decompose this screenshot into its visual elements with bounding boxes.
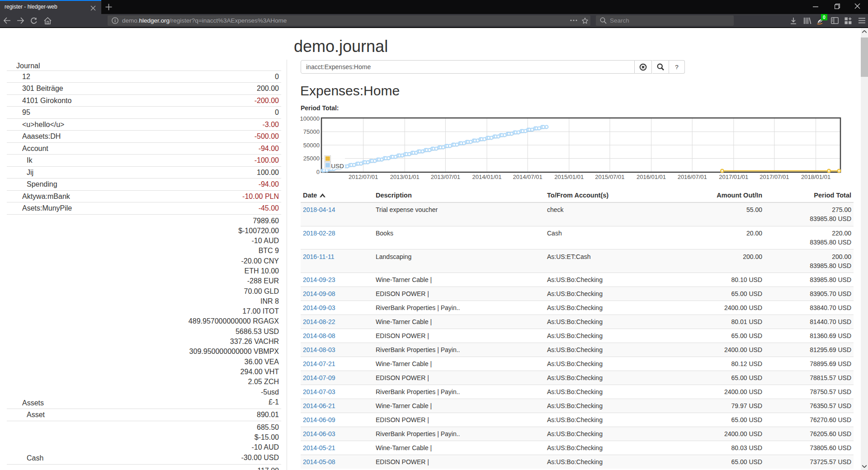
svg-text:2016/07/01: 2016/07/01 bbox=[678, 174, 707, 180]
svg-text:100000: 100000 bbox=[300, 115, 320, 122]
svg-text:2012/07/01: 2012/07/01 bbox=[349, 174, 378, 180]
svg-text:25000: 25000 bbox=[303, 155, 320, 162]
svg-text:2018/01/01: 2018/01/01 bbox=[801, 174, 830, 180]
svg-text:2015/01/01: 2015/01/01 bbox=[554, 174, 584, 180]
svg-text:2014/01/01: 2014/01/01 bbox=[472, 174, 501, 180]
svg-text:50000: 50000 bbox=[303, 142, 320, 149]
svg-text:2013/01/01: 2013/01/01 bbox=[390, 174, 420, 180]
svg-text:USD: USD bbox=[331, 163, 344, 169]
svg-text:2015/07/01: 2015/07/01 bbox=[595, 174, 624, 180]
svg-text:2014/07/01: 2014/07/01 bbox=[513, 174, 542, 180]
svg-text:2017/07/01: 2017/07/01 bbox=[760, 174, 789, 180]
svg-text:2013/07/01: 2013/07/01 bbox=[431, 174, 460, 180]
svg-text:0: 0 bbox=[316, 169, 320, 175]
svg-text:2017/01/01: 2017/01/01 bbox=[719, 174, 748, 180]
svg-text:2016/01/01: 2016/01/01 bbox=[637, 174, 666, 180]
svg-text:75000: 75000 bbox=[303, 128, 320, 135]
